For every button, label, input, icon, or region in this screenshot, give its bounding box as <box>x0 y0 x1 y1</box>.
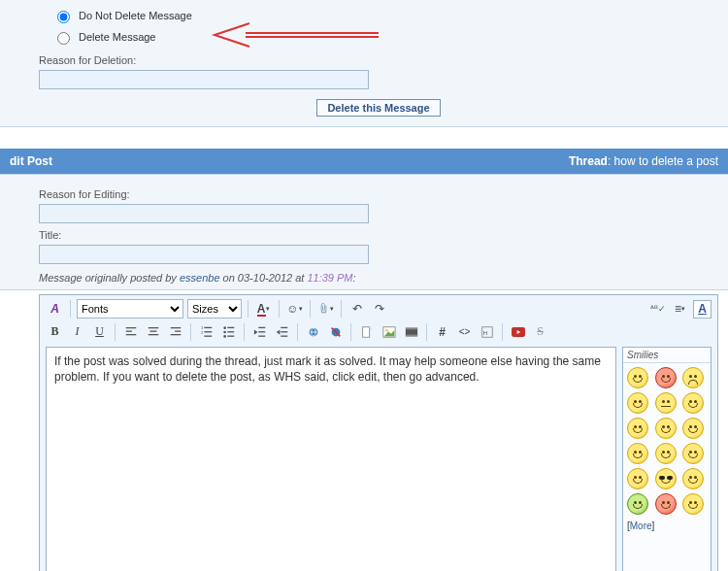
smile-geek-icon[interactable] <box>682 392 704 414</box>
svg-point-17 <box>223 330 226 333</box>
svg-rect-29 <box>281 335 287 336</box>
underline-icon[interactable]: U <box>90 322 109 341</box>
size-select[interactable]: Sizes <box>187 299 242 319</box>
reason-edit-label: Reason for Editing: <box>39 188 718 200</box>
html-icon[interactable]: H <box>478 322 496 341</box>
svg-marker-26 <box>276 329 280 334</box>
svg-rect-28 <box>281 331 287 332</box>
message-textarea[interactable] <box>46 347 616 571</box>
smile-huh-icon[interactable] <box>682 418 704 439</box>
radio-do-not-delete[interactable] <box>57 11 70 23</box>
smile-confused-icon[interactable] <box>655 367 677 388</box>
svg-point-18 <box>223 335 226 338</box>
toolbar-menu-icon[interactable]: ≡▾ <box>671 300 689 319</box>
section-title: dit Post <box>10 154 52 168</box>
unlink-icon[interactable] <box>326 322 345 341</box>
rich-text-editor: A Fonts Sizes A▾ ☺▾ ▾ ↶ ↷ ᴬᴮ✓ ≡▾ <box>39 294 718 571</box>
radio-do-not-delete-label: Do Not Delete Message <box>79 10 192 21</box>
svg-rect-15 <box>204 335 212 336</box>
svg-rect-20 <box>227 331 234 332</box>
hash-icon[interactable]: # <box>433 322 451 341</box>
svg-rect-33 <box>362 326 369 337</box>
svg-rect-14 <box>204 331 212 332</box>
insert-file-icon[interactable] <box>357 322 376 341</box>
svg-rect-23 <box>258 326 265 327</box>
radio-delete[interactable] <box>57 32 70 45</box>
smile-sleep-icon[interactable] <box>627 443 648 464</box>
author-link[interactable]: essenbe <box>180 272 220 284</box>
msg-mid: on 03-10-2012 at <box>220 272 308 284</box>
smile-cry-icon[interactable] <box>655 443 677 464</box>
reason-delete-label: Reason for Deletion: <box>39 54 718 66</box>
msg-time: 11:39 PM <box>307 272 352 284</box>
svg-rect-40 <box>405 334 416 336</box>
reason-delete-input[interactable] <box>39 70 369 89</box>
redo-icon[interactable]: ↷ <box>370 300 388 319</box>
switch-mode-icon[interactable]: A <box>693 300 711 319</box>
svg-text:2: 2 <box>200 329 203 334</box>
code-icon[interactable]: <> <box>455 322 474 341</box>
smile-devil-icon[interactable] <box>655 493 677 515</box>
font-select[interactable]: Fonts <box>77 299 183 319</box>
remove-format-icon[interactable]: A <box>46 300 64 319</box>
smile-sarc-icon[interactable] <box>682 493 704 515</box>
svg-point-36 <box>385 328 388 331</box>
smile-party-icon[interactable] <box>682 443 704 464</box>
smile-icon[interactable] <box>627 367 648 388</box>
link-icon[interactable] <box>304 322 322 341</box>
bold-icon[interactable]: B <box>46 322 64 341</box>
smile-wink-icon[interactable] <box>627 418 648 439</box>
unordered-list-icon[interactable] <box>219 322 238 341</box>
smile-cool-icon[interactable] <box>655 468 677 489</box>
svg-rect-39 <box>405 327 416 329</box>
smile-zip-icon[interactable] <box>682 468 704 489</box>
reason-edit-input[interactable] <box>39 204 369 223</box>
delete-message-button[interactable]: Delete this Message <box>316 99 440 117</box>
align-center-icon[interactable] <box>144 322 162 341</box>
smile-sad-icon[interactable] <box>682 367 704 388</box>
strikethrough-icon[interactable]: S <box>531 322 549 341</box>
undo-icon[interactable]: ↶ <box>347 300 366 319</box>
thread-info: Thread: how to delete a post <box>569 154 718 168</box>
smile-sick-icon[interactable] <box>627 493 648 515</box>
youtube-icon[interactable] <box>509 322 527 341</box>
text-color-icon[interactable]: A▾ <box>254 300 273 319</box>
title-input[interactable] <box>39 245 369 264</box>
smilies-heading: Smilies <box>623 348 711 363</box>
more-smilies-link[interactable]: More <box>630 521 652 531</box>
svg-rect-27 <box>281 326 287 327</box>
svg-rect-19 <box>227 326 234 327</box>
smile-grin-icon[interactable] <box>627 392 648 414</box>
svg-rect-25 <box>258 335 265 336</box>
align-left-icon[interactable] <box>121 322 140 341</box>
outdent-icon[interactable] <box>250 322 269 341</box>
spellcheck-icon[interactable]: ᴬᴮ✓ <box>648 300 667 319</box>
smile-neutral-icon[interactable] <box>655 392 677 414</box>
svg-rect-13 <box>204 326 212 327</box>
insert-image-icon[interactable] <box>380 322 398 341</box>
smile-roll-icon[interactable] <box>655 418 677 439</box>
smile-shock-icon[interactable] <box>627 468 648 489</box>
title-label: Title: <box>39 229 718 241</box>
svg-text:H: H <box>482 328 486 335</box>
attach-icon[interactable]: ▾ <box>316 300 335 319</box>
insert-video-icon[interactable] <box>402 322 420 341</box>
indent-icon[interactable] <box>273 322 291 341</box>
ordered-list-icon[interactable]: 12 <box>197 322 215 341</box>
msg-prefix: Message originally posted by <box>39 272 180 284</box>
svg-rect-21 <box>227 335 234 336</box>
svg-point-16 <box>223 326 226 329</box>
italic-icon[interactable]: I <box>68 322 86 341</box>
svg-marker-22 <box>253 329 257 334</box>
smilies-panel: Smilies <box>622 347 711 571</box>
radio-delete-label: Delete Message <box>79 31 156 43</box>
svg-rect-24 <box>258 331 265 332</box>
smiley-icon[interactable]: ☺▾ <box>285 300 304 319</box>
msg-suffix: : <box>353 272 356 284</box>
align-right-icon[interactable] <box>166 322 184 341</box>
